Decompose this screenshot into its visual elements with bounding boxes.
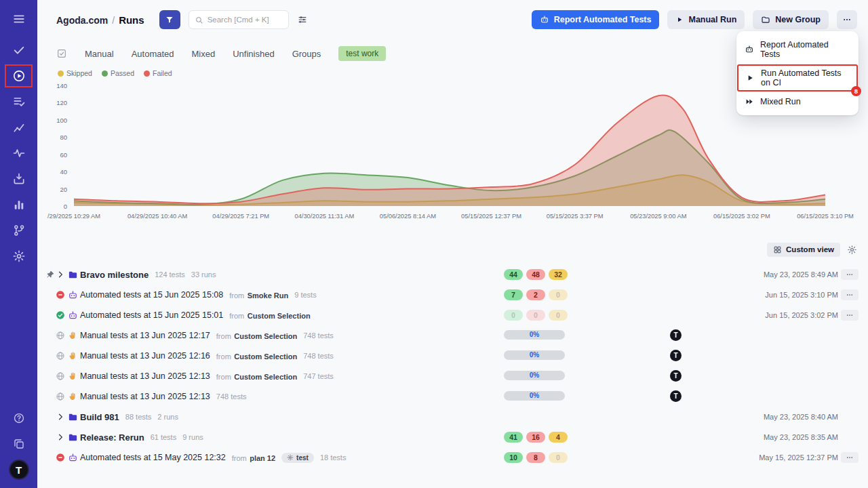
sidebar-item-reports[interactable]	[0, 192, 37, 218]
settings-icon	[12, 249, 26, 263]
view-settings-gear-icon[interactable]	[847, 245, 857, 255]
progress-bar: 0%	[504, 371, 565, 380]
row-name: Manual tests at 13 Jun 2025 12:13	[80, 392, 210, 401]
table-row[interactable]: Bravo milestone124 tests33 runs444832May…	[37, 264, 868, 285]
check-circle-icon	[56, 310, 65, 320]
row-more-button[interactable]	[841, 452, 859, 463]
sidebar-item-analytics[interactable]	[0, 115, 37, 140]
y-tick-label: 0	[64, 203, 67, 210]
expand-chevron-icon[interactable]	[56, 412, 65, 422]
menu-item-mixed-run[interactable]: Mixed Run	[736, 93, 859, 110]
settings-icon	[287, 454, 294, 461]
legend-item-passed: Passed	[102, 69, 134, 77]
sidebar-item-settings[interactable]	[0, 243, 37, 269]
sidebar-item-menu[interactable]	[0, 0, 37, 37]
sliders-icon[interactable]	[297, 14, 308, 25]
y-tick-label: 20	[60, 186, 67, 193]
badge-skipped: 0	[549, 289, 568, 300]
sidebar-item-runs[interactable]	[0, 63, 37, 89]
sidebar-item-tasks[interactable]	[0, 37, 37, 63]
row-more-button[interactable]	[841, 310, 859, 321]
sidebar-item-help[interactable]	[0, 405, 37, 431]
logo-t: T	[9, 460, 29, 480]
breadcrumb: Agoda.com / Runs	[56, 14, 144, 26]
manual-run-button[interactable]: Manual Run	[667, 10, 745, 29]
tab-groups[interactable]: Groups	[292, 49, 321, 59]
sidebar-item-pulse[interactable]	[0, 140, 37, 166]
app: T Agoda.com / Runs Report Automated Test…	[0, 0, 868, 488]
row-more-button[interactable]	[841, 269, 859, 280]
tab-manual[interactable]: Manual	[85, 49, 114, 59]
assignee-avatar: T	[670, 390, 682, 402]
assignee-avatar: T	[670, 370, 682, 382]
breadcrumb-separator: /	[112, 15, 115, 26]
search-input[interactable]	[208, 16, 283, 24]
table-row[interactable]: Manual tests at 13 Jun 2025 12:13748 tes…	[37, 386, 868, 407]
legend-item-failed: Failed	[144, 69, 172, 77]
hand-icon	[68, 371, 77, 381]
new-group-button[interactable]: New Group	[753, 10, 829, 29]
row-run-count: 9 runs	[182, 433, 203, 441]
breadcrumb-project[interactable]: Agoda.com	[56, 15, 108, 26]
table-row[interactable]: Automated tests at 15 Jun 2025 15:08from…	[37, 285, 868, 305]
table-row[interactable]: Manual tests at 13 Jun 2025 12:13from Cu…	[37, 366, 868, 386]
run-dropdown-menu: Report Automated TestsRun Automated Test…	[736, 31, 859, 115]
expand-chevron-icon[interactable]	[56, 432, 65, 442]
sidebar-item-branch[interactable]	[0, 218, 37, 243]
tab-automated[interactable]: Automated	[132, 49, 174, 59]
badge-failed: 48	[526, 269, 545, 280]
robot-icon	[745, 45, 754, 54]
table-row[interactable]: Build 98188 tests2 runsMay 23, 2025 8:40…	[37, 407, 868, 427]
y-tick-label: 60	[60, 151, 67, 159]
assignee-avatar: T	[670, 350, 682, 361]
table-row[interactable]: Release: Rerun61 tests9 runs41164May 23,…	[37, 427, 868, 447]
row-result-badges: 720	[504, 289, 568, 300]
robot-icon	[68, 453, 78, 463]
filter-button[interactable]	[159, 10, 180, 29]
custom-view-label: Custom view	[786, 245, 834, 253]
robot-icon	[68, 290, 78, 300]
tasks-icon	[12, 43, 26, 57]
y-tick-label: 140	[56, 82, 67, 89]
x-tick-label: 04/30/2025 11:31 AM	[294, 213, 354, 220]
sidebar-item-docs[interactable]	[0, 431, 37, 457]
table-row[interactable]: Automated tests at 15 Jun 2025 15:01from…	[37, 305, 868, 325]
reports-icon	[12, 198, 26, 211]
filter-tag[interactable]: test work	[338, 46, 386, 61]
branch-icon	[12, 224, 26, 237]
row-from: from plan 12	[232, 451, 275, 464]
row-tag[interactable]: test	[281, 453, 314, 463]
table-row[interactable]: Manual tests at 13 Jun 2025 12:17from Cu…	[37, 325, 868, 346]
checkbox-icon[interactable]	[56, 48, 67, 59]
new-group-icon	[761, 15, 770, 24]
badge-failed: 0	[526, 310, 545, 321]
badge-skipped: 4	[549, 432, 568, 443]
menu-item-report-automated-tests[interactable]: Report Automated Tests	[736, 36, 859, 63]
row-date: May 15, 2025 12:37 PM	[759, 453, 838, 462]
sidebar-item-import[interactable]	[0, 166, 37, 192]
folder-icon	[68, 412, 78, 422]
custom-view-button[interactable]: Custom view	[767, 243, 840, 257]
search-box[interactable]	[189, 10, 289, 29]
hand-icon	[68, 351, 77, 361]
menu-item-run-automated-tests-on-ci[interactable]: Run Automated Tests on CI8	[737, 64, 858, 92]
breadcrumb-page: Runs	[119, 14, 144, 26]
globe-icon	[56, 331, 65, 340]
expand-chevron-icon[interactable]	[56, 270, 65, 279]
row-more-button[interactable]	[841, 289, 859, 300]
tab-unfinished[interactable]: Unfinished	[233, 49, 274, 59]
table-row[interactable]: Automated tests at 15 May 2025 12:32from…	[37, 447, 868, 468]
help-icon	[13, 412, 25, 424]
report-automated-tests-button[interactable]: Report Automated Tests	[532, 10, 660, 29]
tab-mixed[interactable]: Mixed	[192, 49, 216, 59]
table-row[interactable]: Manual tests at 13 Jun 2025 12:16from Cu…	[37, 346, 868, 366]
header-more-button[interactable]	[837, 10, 857, 29]
badge-passed: 0	[504, 310, 523, 321]
sidebar-logo[interactable]: T	[0, 457, 37, 483]
row-run-count: 2 runs	[157, 413, 178, 421]
row-name: Release: Rerun	[80, 432, 144, 443]
sidebar-item-results[interactable]	[0, 89, 37, 115]
row-from: from Custom Selection	[229, 309, 310, 321]
row-run-count: 33 runs	[191, 270, 216, 279]
row-test-count: 748 tests	[303, 331, 334, 340]
